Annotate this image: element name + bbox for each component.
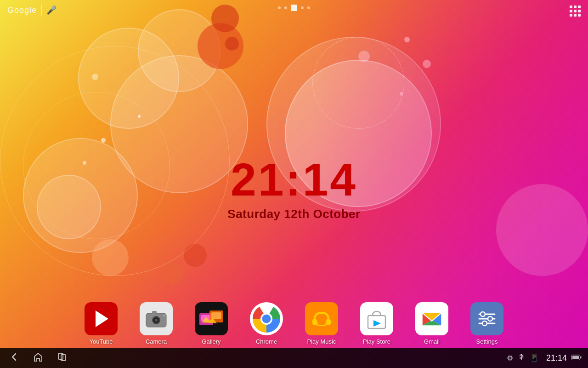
- nav-left-controls: [0, 352, 507, 364]
- app-youtube[interactable]: YouTube: [78, 302, 124, 345]
- gallery-label: Gallery: [202, 338, 220, 345]
- settings-status-icon: ⚙: [507, 354, 513, 362]
- microphone-icon[interactable]: 🎤: [46, 5, 57, 15]
- svg-rect-11: [211, 312, 221, 319]
- app-gmail[interactable]: Gmail: [409, 302, 455, 345]
- settings-label: Settings: [476, 338, 498, 345]
- gmail-icon: [415, 302, 448, 335]
- svg-rect-20: [326, 319, 331, 325]
- app-settings[interactable]: Settings: [464, 302, 510, 345]
- playstore-icon: [360, 302, 393, 335]
- svg-rect-44: [520, 357, 521, 359]
- battery-icon: [571, 354, 582, 362]
- app-playmusic[interactable]: Play Music: [299, 302, 345, 345]
- all-apps-button[interactable]: [570, 6, 581, 17]
- chrome-icon: [250, 302, 283, 335]
- playmusic-icon: [305, 302, 338, 335]
- clock-widget: 21:14 Saturday 12th October: [227, 156, 360, 221]
- svg-point-36: [488, 316, 492, 321]
- camera-icon: [140, 302, 173, 335]
- app-camera[interactable]: Camera: [133, 302, 179, 345]
- app-playstore[interactable]: Play Store: [354, 302, 400, 345]
- playstore-label: Play Store: [363, 338, 390, 345]
- nav-right-status: ⚙ 📱 21:14: [507, 353, 588, 363]
- svg-rect-19: [312, 319, 317, 325]
- svg-point-6: [163, 315, 165, 316]
- svg-point-38: [482, 321, 487, 326]
- svg-point-17: [262, 315, 271, 323]
- playmusic-label: Play Music: [307, 338, 336, 345]
- clock-date: Saturday 12th October: [227, 207, 360, 221]
- recents-button[interactable]: [57, 352, 67, 364]
- page-dot-4[interactable]: [301, 6, 304, 9]
- youtube-label: YouTube: [89, 338, 113, 345]
- nav-bar: ⚙ 📱 21:14: [0, 348, 588, 368]
- page-dot-1[interactable]: [278, 6, 281, 9]
- clock-time: 21:14: [227, 156, 360, 202]
- gmail-label: Gmail: [424, 338, 440, 345]
- app-gallery[interactable]: Gallery: [188, 302, 234, 345]
- google-logo: Google: [7, 6, 37, 15]
- chrome-label: Chrome: [256, 338, 277, 345]
- nav-time: 21:14: [546, 353, 567, 363]
- svg-point-34: [481, 312, 485, 316]
- page-dot-3-active[interactable]: [291, 5, 297, 11]
- divider: [41, 5, 42, 16]
- page-indicators: [278, 5, 310, 11]
- home-button[interactable]: [33, 352, 43, 364]
- page-dot-5[interactable]: [307, 6, 310, 9]
- svg-rect-47: [580, 356, 582, 359]
- svg-rect-48: [572, 356, 579, 359]
- svg-rect-5: [152, 311, 157, 314]
- app-chrome[interactable]: Chrome: [243, 302, 289, 345]
- svg-point-4: [155, 319, 158, 322]
- youtube-icon: [85, 302, 118, 335]
- page-dot-2[interactable]: [284, 6, 287, 9]
- screenshot-icon: 📱: [530, 354, 539, 362]
- settings-icon: [470, 302, 503, 335]
- svg-marker-24: [373, 320, 381, 327]
- camera-label: Camera: [146, 338, 167, 345]
- svg-rect-45: [522, 356, 523, 357]
- gallery-icon: [195, 302, 228, 335]
- usb-icon: [518, 353, 525, 362]
- back-button[interactable]: [9, 352, 19, 364]
- dock: YouTube Camera: [0, 299, 588, 348]
